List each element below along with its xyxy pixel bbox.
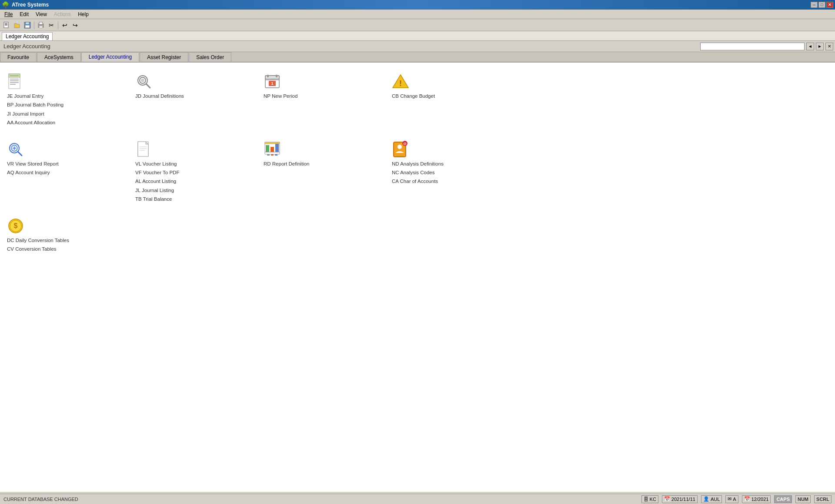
menu-help[interactable]: Help [74,10,92,18]
header-area: Ledger Accounting ◄ ► ✕ [0,41,835,52]
jl-label[interactable]: JL Journal Listing [135,186,174,194]
minimize-button[interactable]: ─ [811,2,818,8]
tab-title-area: Ledger Accounting [0,31,835,41]
al-label[interactable]: AL Account Listing [135,177,176,185]
status-mail: ✉ A [725,495,738,503]
svg-text:1: 1 [271,81,273,86]
cv-label[interactable]: CV Conversion Tables [7,245,57,253]
np-label[interactable]: NP New Period [264,92,297,100]
rd-label[interactable]: RD Report Definition [264,160,309,168]
dc-icon: $ [7,217,24,235]
toolbar-redo[interactable]: ↪ [70,20,80,30]
svg-rect-40 [265,142,280,144]
ji-label[interactable]: JI Journal Import [7,110,44,118]
titlebar-title: 🌳 ATree Systems [2,1,49,8]
close-button[interactable]: ✕ [826,2,833,8]
bp-label[interactable]: BP Journal Batch Posting [7,101,63,109]
tb-label[interactable]: TB Trial Balance [135,195,172,203]
tab-asset-register[interactable]: Asset Register [140,52,188,62]
status-num: NUM [795,495,811,503]
menu-edit[interactable]: Edit [16,10,32,18]
period-icon: 📅 [744,496,750,502]
main-content: JE Journal Entry BP Journal Batch Postin… [0,63,835,492]
status-period-val: 12/2021 [752,497,769,502]
je-icon [7,73,24,90]
svg-rect-47 [275,154,277,156]
aa-label[interactable]: AA Account Allocation [7,119,55,126]
nc-label[interactable]: NC Analysis Codes [392,169,434,176]
menu-actions[interactable]: Actions [50,10,74,18]
tab-acesystems[interactable]: AceSystems [37,52,81,62]
user-icon: 👤 [703,496,709,502]
group-nd: @ ND Analysis Definitions NC Analysis Co… [392,137,520,207]
status-date-val: 2021/11/11 [671,497,695,502]
header-title: Ledger Accounting [2,43,50,50]
vf-label[interactable]: VF Voucher To PDF [135,169,179,176]
svg-line-32 [18,152,22,156]
svg-text:@: @ [403,142,407,146]
svg-rect-43 [275,144,279,152]
np-icon: 1 [264,73,281,90]
menu-file[interactable]: File [1,10,16,18]
status-scrl: SCRL [814,495,832,503]
group-jd: JD Journal Definitions [135,70,264,130]
toolbar-open[interactable] [12,20,22,30]
group-vr: VR View Stored Report AQ Account Inquiry [7,137,135,207]
svg-rect-9 [39,26,43,28]
section-currency: $ DC Daily Conversion Tables CV Conversi… [7,214,828,257]
svg-rect-6 [25,25,30,28]
toolbar-save[interactable] [23,20,32,30]
toolbar-print[interactable] [36,20,46,30]
nav-next-button[interactable]: ► [816,43,824,50]
vl-icon [135,141,153,158]
nav-prev-button[interactable]: ◄ [806,43,814,50]
svg-text:!: ! [399,79,402,88]
toolbar-new[interactable] [2,20,11,30]
toolbar-cut[interactable]: ✂ [47,20,56,30]
vl-label[interactable]: VL Voucher Listing [135,160,177,168]
toolbar-sep1 [34,21,34,29]
titlebar-controls: ─ □ ✕ [811,2,833,8]
active-tab-title: Ledger Accounting [2,32,53,40]
status-caps: CAPS [774,495,792,503]
toolbar-sep2 [58,21,58,29]
menu-view[interactable]: View [32,10,50,18]
nd-label[interactable]: ND Analysis Definitions [392,160,444,168]
statusbar: CURRENT DATABASE CHANGED 🗄 KC 📅 2021/11/… [0,494,835,504]
status-date: 📅 2021/11/11 [662,495,698,503]
svg-rect-23 [267,75,269,77]
app-title: ATree Systems [12,2,49,8]
status-kc: KC [650,497,656,502]
menubar: File Edit View Actions Help [0,10,835,19]
jd-label[interactable]: JD Journal Definitions [135,92,184,100]
mail-icon: ✉ [728,496,731,502]
tab-sales-order[interactable]: Sales Order [189,52,231,62]
aq-label[interactable]: AQ Account Inquiry [7,169,50,176]
svg-rect-45 [267,154,270,156]
group-rd: RD Report Definition [264,137,392,207]
tab-favourite[interactable]: Favourite [0,52,37,62]
group-cb: ! CB Change Budget [392,70,520,130]
close-button[interactable]: ✕ [825,43,833,50]
search-input[interactable] [700,43,805,50]
toolbar-undo[interactable]: ↩ [60,20,70,30]
dc-label[interactable]: DC Daily Conversion Tables [7,236,69,244]
status-db: 🗄 KC [641,495,658,503]
status-user-val: AUL [711,497,720,502]
tab-ledger-accounting[interactable]: Ledger Accounting [81,52,139,62]
status-user: 👤 AUL [701,495,722,503]
svg-line-19 [146,84,150,88]
je-label[interactable]: JE Journal Entry [7,92,43,100]
group-je: JE Journal Entry BP Journal Batch Postin… [7,70,135,130]
toolbar: ✂ ↩ ↪ [0,19,835,31]
ca-label[interactable]: CA Char of Accounts [392,177,438,185]
restore-button[interactable]: □ [818,2,825,8]
svg-rect-46 [271,154,274,156]
titlebar: 🌳 ATree Systems ─ □ ✕ [0,0,835,10]
svg-rect-42 [271,147,274,152]
section-journals: JE Journal Entry BP Journal Batch Postin… [7,70,828,130]
group-np: 1 NP New Period [264,70,392,130]
cb-label[interactable]: CB Change Budget [392,92,435,100]
svg-rect-24 [276,75,277,77]
vr-label[interactable]: VR View Stored Report [7,160,59,168]
